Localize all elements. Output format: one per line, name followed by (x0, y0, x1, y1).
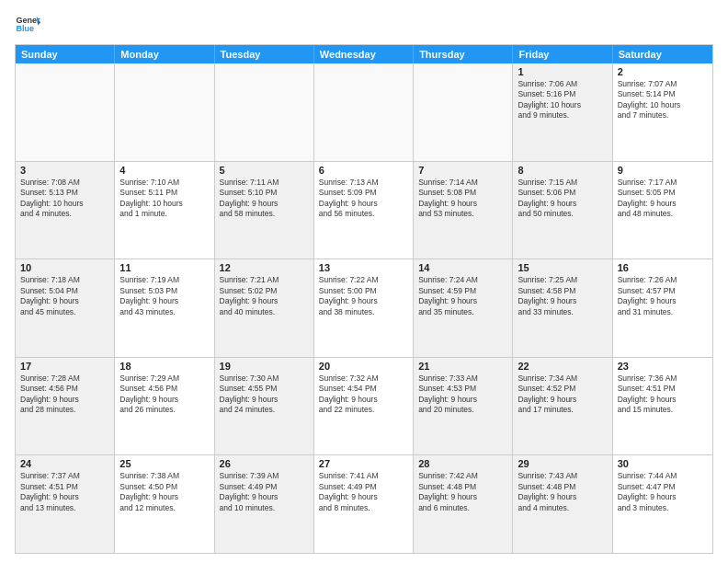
calendar-row: 1Sunrise: 7:06 AM Sunset: 5:16 PM Daylig… (16, 63, 712, 161)
calendar-cell: 22Sunrise: 7:34 AM Sunset: 4:52 PM Dayli… (513, 358, 612, 455)
calendar-cell: 26Sunrise: 7:39 AM Sunset: 4:49 PM Dayli… (215, 455, 314, 553)
day-number: 18 (119, 361, 209, 372)
calendar-cell: 23Sunrise: 7:36 AM Sunset: 4:51 PM Dayli… (613, 358, 712, 455)
calendar-cell (414, 63, 513, 161)
day-number: 9 (618, 165, 708, 176)
day-info: Sunrise: 7:21 AM Sunset: 5:02 PM Dayligh… (220, 275, 309, 317)
calendar-cell: 10Sunrise: 7:18 AM Sunset: 5:04 PM Dayli… (16, 259, 115, 357)
calendar-cell: 29Sunrise: 7:43 AM Sunset: 4:48 PM Dayli… (513, 455, 612, 553)
calendar-cell: 19Sunrise: 7:30 AM Sunset: 4:55 PM Dayli… (215, 358, 314, 455)
calendar-cell: 1Sunrise: 7:06 AM Sunset: 5:16 PM Daylig… (513, 63, 612, 161)
day-number: 19 (220, 361, 309, 372)
calendar-cell: 17Sunrise: 7:28 AM Sunset: 4:56 PM Dayli… (16, 358, 115, 455)
day-number: 8 (518, 165, 607, 176)
day-info: Sunrise: 7:18 AM Sunset: 5:04 PM Dayligh… (20, 275, 109, 317)
day-number: 6 (319, 165, 408, 176)
day-number: 30 (618, 458, 708, 469)
calendar-cell: 7Sunrise: 7:14 AM Sunset: 5:08 PM Daylig… (414, 162, 513, 259)
calendar-cell (314, 63, 414, 161)
day-number: 5 (220, 165, 309, 176)
calendar-cell: 13Sunrise: 7:22 AM Sunset: 5:00 PM Dayli… (314, 259, 414, 357)
logo: General Blue (15, 11, 44, 37)
calendar-cell: 27Sunrise: 7:41 AM Sunset: 4:49 PM Dayli… (314, 455, 414, 553)
day-info: Sunrise: 7:33 AM Sunset: 4:53 PM Dayligh… (418, 373, 507, 416)
day-number: 1 (518, 66, 607, 77)
calendar-cell: 14Sunrise: 7:24 AM Sunset: 4:59 PM Dayli… (414, 259, 513, 357)
day-info: Sunrise: 7:19 AM Sunset: 5:03 PM Dayligh… (119, 275, 209, 317)
calendar-cell: 4Sunrise: 7:10 AM Sunset: 5:11 PM Daylig… (115, 162, 214, 259)
day-info: Sunrise: 7:43 AM Sunset: 4:48 PM Dayligh… (518, 471, 607, 513)
calendar-cell: 2Sunrise: 7:07 AM Sunset: 5:14 PM Daylig… (613, 63, 712, 161)
day-info: Sunrise: 7:10 AM Sunset: 5:11 PM Dayligh… (119, 178, 209, 220)
calendar-cell: 21Sunrise: 7:33 AM Sunset: 4:53 PM Dayli… (414, 358, 513, 455)
calendar-row: 17Sunrise: 7:28 AM Sunset: 4:56 PM Dayli… (16, 357, 712, 455)
calendar-cell: 9Sunrise: 7:17 AM Sunset: 5:05 PM Daylig… (613, 162, 712, 259)
day-number: 14 (418, 262, 507, 273)
day-info: Sunrise: 7:30 AM Sunset: 4:55 PM Dayligh… (220, 373, 309, 416)
day-info: Sunrise: 7:39 AM Sunset: 4:49 PM Dayligh… (220, 471, 309, 513)
day-number: 28 (418, 458, 507, 469)
svg-text:Blue: Blue (16, 24, 34, 33)
calendar-cell: 20Sunrise: 7:32 AM Sunset: 4:54 PM Dayli… (314, 358, 414, 455)
calendar-cell: 16Sunrise: 7:26 AM Sunset: 4:57 PM Dayli… (613, 259, 712, 357)
day-number: 7 (418, 165, 507, 176)
day-info: Sunrise: 7:25 AM Sunset: 4:58 PM Dayligh… (518, 275, 607, 317)
day-info: Sunrise: 7:06 AM Sunset: 5:16 PM Dayligh… (518, 79, 607, 121)
day-info: Sunrise: 7:37 AM Sunset: 4:51 PM Dayligh… (20, 471, 109, 513)
day-info: Sunrise: 7:38 AM Sunset: 4:50 PM Dayligh… (119, 471, 209, 513)
day-info: Sunrise: 7:22 AM Sunset: 5:00 PM Dayligh… (319, 275, 408, 317)
day-number: 22 (518, 361, 607, 372)
weekday-header: Tuesday (215, 45, 314, 63)
day-number: 25 (119, 458, 209, 469)
day-number: 3 (20, 165, 109, 176)
calendar-cell: 11Sunrise: 7:19 AM Sunset: 5:03 PM Dayli… (115, 259, 214, 357)
calendar-body: 1Sunrise: 7:06 AM Sunset: 5:16 PM Daylig… (16, 63, 712, 553)
day-number: 2 (618, 66, 708, 77)
day-number: 10 (20, 262, 109, 273)
day-number: 29 (518, 458, 607, 469)
calendar-row: 24Sunrise: 7:37 AM Sunset: 4:51 PM Dayli… (16, 454, 712, 553)
logo-icon: General Blue (15, 11, 40, 37)
calendar-cell: 12Sunrise: 7:21 AM Sunset: 5:02 PM Dayli… (215, 259, 314, 357)
calendar-cell: 6Sunrise: 7:13 AM Sunset: 5:09 PM Daylig… (314, 162, 414, 259)
day-number: 4 (119, 165, 209, 176)
day-info: Sunrise: 7:11 AM Sunset: 5:10 PM Dayligh… (220, 178, 309, 220)
day-info: Sunrise: 7:15 AM Sunset: 5:06 PM Dayligh… (518, 178, 607, 220)
day-info: Sunrise: 7:36 AM Sunset: 4:51 PM Dayligh… (618, 373, 708, 416)
day-info: Sunrise: 7:44 AM Sunset: 4:47 PM Dayligh… (618, 471, 708, 513)
calendar-row: 3Sunrise: 7:08 AM Sunset: 5:13 PM Daylig… (16, 161, 712, 259)
day-info: Sunrise: 7:08 AM Sunset: 5:13 PM Dayligh… (20, 178, 109, 220)
day-info: Sunrise: 7:32 AM Sunset: 4:54 PM Dayligh… (319, 373, 408, 416)
day-info: Sunrise: 7:07 AM Sunset: 5:14 PM Dayligh… (618, 79, 708, 121)
calendar-cell: 25Sunrise: 7:38 AM Sunset: 4:50 PM Dayli… (115, 455, 214, 553)
day-info: Sunrise: 7:17 AM Sunset: 5:05 PM Dayligh… (618, 178, 708, 220)
weekday-header: Thursday (414, 45, 513, 63)
weekday-header: Wednesday (314, 45, 414, 63)
day-number: 24 (20, 458, 109, 469)
day-info: Sunrise: 7:24 AM Sunset: 4:59 PM Dayligh… (418, 275, 507, 317)
day-number: 11 (119, 262, 209, 273)
day-number: 20 (319, 361, 408, 372)
calendar-header: SundayMondayTuesdayWednesdayThursdayFrid… (16, 45, 712, 63)
calendar-cell: 15Sunrise: 7:25 AM Sunset: 4:58 PM Dayli… (513, 259, 612, 357)
day-info: Sunrise: 7:34 AM Sunset: 4:52 PM Dayligh… (518, 373, 607, 416)
day-info: Sunrise: 7:14 AM Sunset: 5:08 PM Dayligh… (418, 178, 507, 220)
day-number: 15 (518, 262, 607, 273)
day-info: Sunrise: 7:42 AM Sunset: 4:48 PM Dayligh… (418, 471, 507, 513)
day-number: 23 (618, 361, 708, 372)
day-info: Sunrise: 7:41 AM Sunset: 4:49 PM Dayligh… (319, 471, 408, 513)
calendar-cell (215, 63, 314, 161)
day-number: 17 (20, 361, 109, 372)
day-info: Sunrise: 7:26 AM Sunset: 4:57 PM Dayligh… (618, 275, 708, 317)
day-info: Sunrise: 7:13 AM Sunset: 5:09 PM Dayligh… (319, 178, 408, 220)
calendar-cell: 30Sunrise: 7:44 AM Sunset: 4:47 PM Dayli… (613, 455, 712, 553)
weekday-header: Saturday (613, 45, 712, 63)
weekday-header: Friday (513, 45, 612, 63)
day-number: 26 (220, 458, 309, 469)
weekday-header: Monday (115, 45, 214, 63)
weekday-header: Sunday (16, 45, 115, 63)
day-number: 16 (618, 262, 708, 273)
calendar-cell: 5Sunrise: 7:11 AM Sunset: 5:10 PM Daylig… (215, 162, 314, 259)
day-number: 21 (418, 361, 507, 372)
day-number: 12 (220, 262, 309, 273)
